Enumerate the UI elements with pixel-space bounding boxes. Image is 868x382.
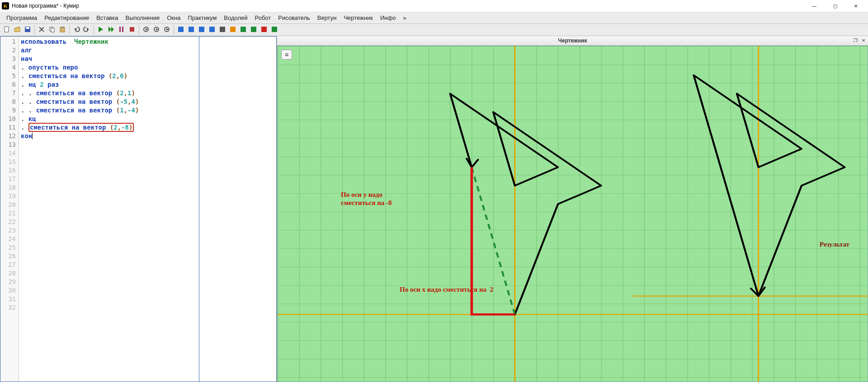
step-button[interactable] bbox=[106, 25, 116, 35]
menu-практикум[interactable]: Практикум bbox=[184, 13, 220, 23]
pause-icon bbox=[118, 26, 125, 34]
run-icon bbox=[97, 26, 104, 34]
copy-button[interactable] bbox=[47, 25, 57, 35]
svg-rect-13 bbox=[122, 27, 123, 32]
step-over-button[interactable] bbox=[151, 25, 161, 35]
stop-button[interactable] bbox=[127, 25, 137, 35]
pause-button[interactable] bbox=[117, 25, 127, 35]
paste-button[interactable] bbox=[57, 25, 67, 35]
menu-вертун[interactable]: Вертун bbox=[314, 13, 340, 23]
svg-rect-29 bbox=[261, 27, 267, 32]
menu-водолей[interactable]: Водолей bbox=[220, 13, 251, 23]
step-out-icon bbox=[163, 26, 170, 34]
line-number: 3 bbox=[0, 55, 16, 63]
menu-окна[interactable]: Окна bbox=[163, 13, 184, 23]
svg-marker-8 bbox=[87, 28, 89, 31]
svg-rect-24 bbox=[209, 27, 215, 32]
run-button[interactable] bbox=[96, 25, 106, 35]
step-into-icon bbox=[142, 26, 150, 34]
cut-button[interactable] bbox=[37, 25, 47, 35]
code-editor[interactable]: использовать Чертежникалгнач. опустить п… bbox=[19, 37, 199, 382]
open-file-button[interactable] bbox=[12, 25, 22, 35]
menubar: ПрограммаРедактированиеВставкаВыполнение… bbox=[0, 12, 868, 24]
menu-выполнение[interactable]: Выполнение bbox=[122, 13, 163, 23]
code-line bbox=[21, 209, 197, 218]
line-number: 18 bbox=[0, 183, 16, 192]
code-line bbox=[21, 200, 197, 209]
menu-робот[interactable]: Робот bbox=[251, 13, 275, 23]
text-caret bbox=[32, 132, 33, 139]
line-number: 11 bbox=[0, 123, 16, 132]
paste-icon bbox=[59, 26, 66, 34]
menu-программа[interactable]: Программа bbox=[3, 13, 41, 23]
undo-icon bbox=[73, 26, 80, 34]
actor-6-button[interactable] bbox=[228, 25, 238, 35]
code-line: . опустить перо bbox=[21, 63, 197, 72]
new-file-button[interactable] bbox=[2, 25, 12, 35]
line-number: 22 bbox=[0, 218, 16, 226]
line-number: 9 bbox=[0, 106, 16, 115]
window-maximize-button[interactable]: ▢ bbox=[825, 0, 845, 12]
copy-icon bbox=[48, 26, 56, 34]
highlighted-line: сместиться на вектор (2,-8) bbox=[28, 123, 134, 132]
actor-5-button[interactable] bbox=[217, 25, 227, 35]
actor-2-button[interactable] bbox=[186, 25, 196, 35]
menu-»[interactable]: » bbox=[399, 13, 410, 23]
code-line: . сместиться на вектор (2,-8) bbox=[21, 123, 197, 132]
actor-10-button[interactable] bbox=[269, 25, 279, 35]
step-into-button[interactable] bbox=[141, 25, 151, 35]
step-icon bbox=[108, 26, 115, 34]
svg-rect-0 bbox=[5, 27, 9, 32]
actor-9-button[interactable] bbox=[259, 25, 269, 35]
redo-icon bbox=[83, 26, 90, 34]
actor-8-button[interactable] bbox=[249, 25, 259, 35]
save-file-button[interactable] bbox=[23, 25, 33, 35]
actor-8-icon bbox=[250, 26, 257, 34]
code-line: . сместиться на вектор (2,6) bbox=[21, 72, 197, 80]
line-number: 15 bbox=[0, 158, 16, 166]
dock-close-button[interactable]: ✕ bbox=[860, 37, 867, 44]
step-out-button[interactable] bbox=[162, 25, 172, 35]
menu-редактирование[interactable]: Редактирование bbox=[41, 13, 93, 23]
svg-rect-6 bbox=[61, 27, 64, 28]
actor-3-button[interactable] bbox=[197, 25, 207, 35]
dock-titlebar: Чертежник ❐ ✕ bbox=[277, 36, 868, 46]
redo-button[interactable] bbox=[82, 25, 92, 35]
code-line bbox=[21, 183, 197, 192]
menu-инфо[interactable]: Инфо bbox=[377, 13, 399, 23]
dock-maximize-button[interactable]: ❐ bbox=[852, 37, 859, 44]
scene-svg bbox=[278, 46, 868, 382]
code-line: . нц 2 раз bbox=[21, 80, 197, 89]
svg-rect-26 bbox=[230, 27, 236, 32]
line-number: 25 bbox=[0, 243, 16, 252]
line-number: 28 bbox=[0, 269, 16, 278]
actor-7-button[interactable] bbox=[238, 25, 248, 35]
canvas-menu-button[interactable]: ≡ bbox=[281, 50, 292, 60]
svg-rect-25 bbox=[220, 27, 225, 32]
line-number: 16 bbox=[0, 166, 16, 175]
line-number: 13 bbox=[0, 140, 16, 149]
annotation-y: По оси y надо сместиться на -8 bbox=[341, 191, 392, 207]
svg-marker-10 bbox=[108, 27, 111, 32]
window-minimize-button[interactable]: — bbox=[804, 0, 825, 12]
line-number: 24 bbox=[0, 235, 16, 243]
code-line bbox=[21, 269, 197, 278]
window-close-button[interactable]: ✕ bbox=[845, 0, 866, 12]
menu-рисователь[interactable]: Рисователь bbox=[274, 13, 313, 23]
svg-rect-2 bbox=[26, 27, 29, 29]
line-number: 21 bbox=[0, 209, 16, 218]
svg-rect-27 bbox=[241, 27, 246, 32]
undo-button[interactable] bbox=[71, 25, 81, 35]
actor-4-button[interactable] bbox=[207, 25, 217, 35]
menu-вставка[interactable]: Вставка bbox=[93, 13, 122, 23]
code-line: . . сместиться на вектор (1,-4) bbox=[21, 106, 197, 115]
actor-5-icon bbox=[219, 26, 226, 34]
menu-чертежник[interactable]: Чертежник bbox=[340, 13, 377, 23]
actor-2-icon bbox=[188, 26, 195, 34]
code-line: . . сместиться на вектор (2,1) bbox=[21, 89, 197, 98]
actor-1-button[interactable] bbox=[176, 25, 186, 35]
code-line bbox=[21, 140, 197, 149]
code-line bbox=[21, 261, 197, 269]
drawing-canvas[interactable]: ≡ bbox=[277, 46, 868, 382]
line-number: 32 bbox=[0, 303, 16, 312]
